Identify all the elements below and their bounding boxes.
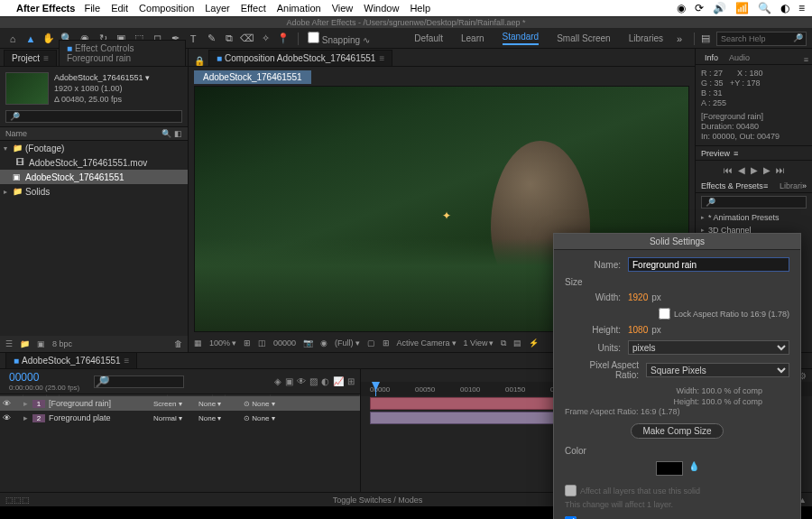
frame-blend-icon[interactable]: ▨ — [309, 376, 318, 386]
tab-audio[interactable]: Audio — [724, 51, 755, 64]
motion-blur-icon[interactable]: ◐ — [321, 376, 329, 386]
eyedropper-icon[interactable]: 💧 — [688, 461, 699, 476]
solid-name-input[interactable] — [628, 257, 789, 272]
playhead[interactable] — [375, 382, 376, 396]
tab-project[interactable]: Project≡ — [4, 50, 57, 66]
blend-mode-dropdown[interactable]: Screen ▾ — [153, 400, 198, 408]
panel-lock-icon[interactable]: 🔒 — [194, 56, 205, 66]
frame-blend-footer-icon[interactable]: ⬚ — [22, 496, 30, 505]
home-icon[interactable]: ⌂ — [5, 32, 20, 46]
panel-menu-icon[interactable]: ▤ — [698, 32, 713, 46]
workspace-overflow-icon[interactable]: » — [672, 32, 687, 46]
comp-mini-flowchart-icon[interactable]: ◈ — [274, 376, 281, 386]
menu-extras-icon[interactable]: ≡ — [798, 2, 805, 14]
play-icon[interactable]: ▶ — [751, 165, 758, 175]
selection-tool-icon[interactable]: ▲ — [23, 32, 38, 46]
make-comp-size-button[interactable]: Make Comp Size — [631, 423, 723, 439]
timeline-search-input[interactable] — [94, 375, 184, 388]
volume-icon[interactable]: 🔊 — [713, 2, 726, 14]
interpret-footage-icon[interactable]: ☰ — [5, 339, 13, 348]
snapshot-icon[interactable]: 📷 — [303, 338, 313, 348]
pixel-aspect-dropdown[interactable]: Square Pixels — [646, 363, 789, 377]
zoom-dropdown[interactable]: 100% ▾ — [209, 338, 236, 348]
fast-previews-icon[interactable]: ⚡ — [529, 338, 539, 348]
current-time-display[interactable]: 000000:00:00:00 (25.00 fps) — [0, 369, 88, 394]
layer-row[interactable]: 👁 ▸ 1 [Foreground rain] Screen ▾ None ▾ … — [0, 396, 360, 411]
lock-aspect-checkbox[interactable] — [659, 308, 670, 320]
workspace-standard[interactable]: Standard — [503, 32, 540, 45]
project-search-input[interactable] — [5, 110, 182, 123]
new-comp-icon[interactable]: ▣ — [37, 339, 45, 348]
tree-item-comp[interactable]: ▣AdobeStock_176461551 — [0, 170, 188, 184]
workspace-learn[interactable]: Learn — [461, 33, 484, 43]
visibility-toggle-icon[interactable]: 👁 — [0, 413, 13, 422]
project-col-name[interactable]: Name — [5, 129, 27, 138]
toggle-switch-icon[interactable]: ⬚ — [5, 496, 14, 505]
brush-tool-icon[interactable]: ✎ — [204, 32, 218, 46]
resolution-icon[interactable]: ⊞ — [244, 338, 251, 348]
last-frame-icon[interactable]: ⏭ — [776, 165, 785, 175]
blend-mode-dropdown[interactable]: Normal ▾ — [153, 414, 198, 422]
trkmat-dropdown[interactable]: None ▾ — [198, 414, 244, 422]
comp-flowchart-tab[interactable]: AdobeStock_176461551 — [194, 70, 311, 84]
toggle-switches-modes[interactable]: Toggle Switches / Modes — [333, 496, 423, 505]
menu-help[interactable]: Help — [410, 3, 430, 14]
menu-view[interactable]: View — [332, 3, 354, 14]
tab-effect-controls[interactable]: ■Effect Controls Foreground rain — [59, 40, 186, 66]
snapping-checkbox[interactable] — [308, 32, 319, 43]
menu-edit[interactable]: Edit — [111, 3, 128, 14]
first-frame-icon[interactable]: ⏮ — [724, 165, 733, 175]
next-frame-icon[interactable]: ▶ — [763, 165, 770, 175]
pixel-aspect-icon[interactable]: ▤ — [513, 338, 521, 348]
mask-toggle-icon[interactable]: ◫ — [258, 338, 266, 348]
tab-timeline-comp[interactable]: ■AdobeStock_176461551≡ — [5, 352, 137, 368]
roi-icon[interactable]: ▢ — [367, 338, 375, 348]
roto-tool-icon[interactable]: ✧ — [258, 32, 272, 46]
cc-icon[interactable]: ◉ — [677, 2, 686, 14]
workspace-default[interactable]: Default — [414, 33, 443, 43]
tree-folder-footage[interactable]: ▾📁(Footage) — [0, 141, 188, 155]
color-swatch[interactable] — [656, 461, 683, 476]
hand-tool-icon[interactable]: ✋ — [42, 32, 56, 46]
menu-effect[interactable]: Effect — [241, 3, 266, 14]
tree-folder-solids[interactable]: ▸📁Solids — [0, 184, 188, 199]
effects-search-input[interactable] — [701, 196, 807, 209]
menu-animation[interactable]: Animation — [277, 3, 321, 14]
wifi-icon[interactable]: 📶 — [735, 2, 749, 14]
sync-icon[interactable]: ⟳ — [695, 2, 704, 14]
channel-icon[interactable]: ◉ — [320, 338, 328, 348]
visibility-toggle-icon[interactable]: 👁 — [0, 399, 13, 408]
search-icon[interactable]: 🔍 — [758, 2, 771, 14]
share-icon[interactable]: ⧉ — [501, 338, 506, 348]
views-dropdown[interactable]: 1 View ▾ — [464, 338, 494, 348]
layer-name[interactable]: Foreground plate — [45, 413, 153, 422]
new-folder-icon[interactable]: 📁 — [20, 339, 30, 348]
alpha-toggle-icon[interactable]: ▦ — [194, 338, 202, 348]
workspace-libraries[interactable]: Libraries — [629, 33, 663, 43]
hide-shy-icon[interactable]: 👁 — [297, 376, 306, 386]
puppet-tool-icon[interactable]: 📍 — [276, 32, 291, 46]
units-dropdown[interactable]: pixels — [628, 340, 789, 355]
layer-switches-icon[interactable]: ⊞ — [347, 376, 355, 386]
app-menu[interactable]: After Effects — [16, 3, 75, 14]
delete-icon[interactable]: 🗑 — [174, 339, 182, 348]
menu-file[interactable]: File — [84, 3, 100, 14]
height-value[interactable]: 1080 — [628, 325, 648, 335]
eraser-tool-icon[interactable]: ⌫ — [240, 32, 254, 46]
graph-editor-icon[interactable]: 📈 — [333, 376, 344, 386]
grid-icon[interactable]: ⊞ — [383, 338, 390, 348]
parent-dropdown[interactable]: ⊙ None ▾ — [244, 400, 289, 408]
layer-row[interactable]: 👁 ▸ 2 Foreground plate Normal ▾ None ▾ ⊙… — [0, 411, 360, 425]
prev-frame-icon[interactable]: ◀ — [738, 165, 745, 175]
workspace-small-screen[interactable]: Small Screen — [557, 33, 610, 43]
tab-composition[interactable]: ■Composition AdobeStock_176461551≡ — [208, 50, 392, 66]
tab-info[interactable]: Info — [699, 51, 724, 64]
siri-icon[interactable]: ◐ — [780, 2, 789, 14]
tree-item-mov[interactable]: 🎞AdobeStock_176461551.mov — [0, 155, 188, 170]
bpc-toggle[interactable]: 8 bpc — [52, 339, 72, 348]
draft-3d-icon[interactable]: ▣ — [285, 376, 293, 386]
menu-window[interactable]: Window — [364, 3, 399, 14]
menu-composition[interactable]: Composition — [139, 3, 194, 14]
width-value[interactable]: 1920 — [628, 292, 648, 302]
type-tool-icon[interactable]: T — [186, 32, 200, 46]
